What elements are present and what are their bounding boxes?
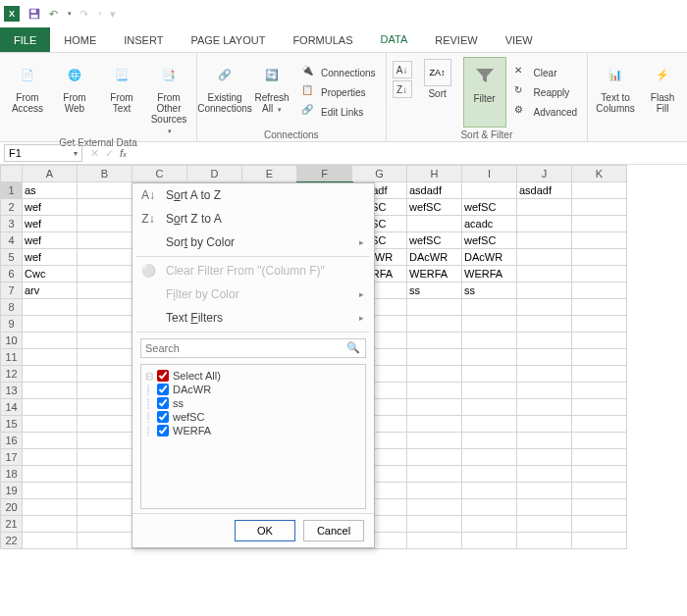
cell[interactable] bbox=[462, 333, 517, 349]
filter-option[interactable]: ┊ss bbox=[145, 396, 361, 410]
cell[interactable] bbox=[572, 333, 627, 349]
cell[interactable] bbox=[462, 366, 517, 383]
cell[interactable] bbox=[517, 433, 572, 449]
formula-input[interactable] bbox=[134, 146, 683, 161]
cell[interactable] bbox=[517, 333, 572, 349]
cell[interactable] bbox=[23, 366, 78, 383]
cell[interactable] bbox=[407, 316, 462, 333]
cell[interactable] bbox=[572, 282, 627, 299]
filter-option[interactable]: ┊DAcWR bbox=[145, 383, 361, 396]
cell[interactable] bbox=[462, 182, 517, 199]
cell[interactable] bbox=[572, 232, 627, 249]
cell[interactable] bbox=[462, 349, 517, 366]
cell[interactable] bbox=[462, 316, 517, 333]
cell[interactable] bbox=[407, 433, 462, 449]
row-header[interactable]: 10 bbox=[1, 333, 23, 349]
cell[interactable]: asdadf bbox=[407, 182, 462, 199]
tab-view[interactable]: VIEW bbox=[492, 27, 547, 52]
cell[interactable] bbox=[462, 499, 517, 516]
from-text-button[interactable]: 📃FromText bbox=[100, 57, 143, 135]
cell[interactable] bbox=[462, 299, 517, 316]
cell[interactable] bbox=[517, 199, 572, 216]
cell[interactable] bbox=[572, 216, 627, 232]
column-header[interactable]: K bbox=[572, 166, 627, 182]
cell[interactable] bbox=[572, 316, 627, 333]
row-header[interactable]: 11 bbox=[1, 349, 23, 366]
cell[interactable] bbox=[78, 399, 132, 416]
connections-button[interactable]: 🔌Connections bbox=[297, 64, 380, 81]
cell[interactable] bbox=[407, 216, 462, 232]
cell[interactable] bbox=[572, 366, 627, 383]
cell[interactable] bbox=[23, 499, 78, 516]
cell[interactable] bbox=[78, 199, 132, 216]
row-header[interactable]: 14 bbox=[1, 399, 23, 416]
cell[interactable] bbox=[407, 499, 462, 516]
cell[interactable] bbox=[517, 383, 572, 399]
row-header[interactable]: 22 bbox=[1, 533, 23, 549]
cell[interactable]: arv bbox=[23, 282, 78, 299]
column-header[interactable]: J bbox=[517, 166, 572, 182]
cell[interactable] bbox=[517, 466, 572, 483]
cell[interactable] bbox=[462, 466, 517, 483]
cell[interactable] bbox=[517, 282, 572, 299]
cell[interactable] bbox=[23, 299, 78, 316]
cell[interactable]: acadc bbox=[462, 216, 517, 232]
cell[interactable] bbox=[78, 266, 132, 282]
cell[interactable] bbox=[23, 416, 78, 433]
row-header[interactable]: 12 bbox=[1, 366, 23, 383]
cell[interactable] bbox=[572, 483, 627, 499]
cell[interactable] bbox=[23, 349, 78, 366]
cell[interactable] bbox=[572, 383, 627, 399]
existing-connections-button[interactable]: 🔗ExistingConnections bbox=[203, 57, 246, 128]
cell[interactable] bbox=[407, 516, 462, 533]
cell[interactable] bbox=[517, 232, 572, 249]
cell[interactable]: wef bbox=[23, 199, 78, 216]
cancel-button[interactable]: Cancel bbox=[303, 520, 364, 541]
undo-icon[interactable]: ↶ bbox=[49, 8, 58, 21]
flash-fill-button[interactable]: ⚡FlashFill bbox=[641, 57, 684, 128]
cell[interactable] bbox=[462, 433, 517, 449]
cell[interactable] bbox=[78, 349, 132, 366]
cell[interactable] bbox=[462, 449, 517, 466]
cell[interactable] bbox=[23, 483, 78, 499]
cell[interactable] bbox=[78, 499, 132, 516]
cell[interactable] bbox=[78, 216, 132, 232]
row-header[interactable]: 2 bbox=[1, 199, 23, 216]
select-all-cell[interactable] bbox=[1, 166, 23, 182]
cell[interactable] bbox=[572, 449, 627, 466]
column-header[interactable]: C bbox=[132, 166, 187, 182]
cell[interactable]: as bbox=[23, 182, 78, 199]
name-box[interactable]: F1▾ bbox=[4, 144, 82, 162]
cell[interactable] bbox=[407, 349, 462, 366]
cell[interactable] bbox=[23, 533, 78, 549]
save-icon[interactable] bbox=[27, 7, 41, 21]
cell[interactable] bbox=[517, 533, 572, 549]
cell[interactable] bbox=[572, 533, 627, 549]
cell[interactable]: wef bbox=[23, 216, 78, 232]
cell[interactable] bbox=[78, 416, 132, 433]
cell[interactable] bbox=[23, 466, 78, 483]
column-header[interactable]: B bbox=[78, 166, 132, 182]
row-header[interactable]: 7 bbox=[1, 282, 23, 299]
cell[interactable]: ss bbox=[407, 282, 462, 299]
filter-option[interactable]: ┊wefSC bbox=[145, 410, 361, 424]
filter-search-input[interactable] bbox=[140, 338, 366, 358]
cell[interactable] bbox=[572, 416, 627, 433]
cell[interactable] bbox=[78, 483, 132, 499]
tab-formulas[interactable]: FORMULAS bbox=[279, 27, 366, 52]
fx-icon[interactable]: fx bbox=[120, 147, 127, 159]
sort-a-to-z[interactable]: A↓Sort A to Z bbox=[132, 183, 374, 207]
column-header[interactable]: I bbox=[462, 166, 517, 182]
edit-links-button[interactable]: 🔗Edit Links bbox=[297, 103, 380, 121]
row-header[interactable]: 4 bbox=[1, 232, 23, 249]
sort-z-to-a[interactable]: Z↓Sort Z to A bbox=[132, 207, 374, 231]
cell[interactable] bbox=[462, 516, 517, 533]
cell[interactable] bbox=[462, 533, 517, 549]
cell[interactable] bbox=[572, 499, 627, 516]
row-header[interactable]: 20 bbox=[1, 499, 23, 516]
sort-asc-button[interactable]: A↓ bbox=[393, 61, 412, 78]
clear-filter-button[interactable]: ✕Clear bbox=[510, 64, 581, 81]
cell[interactable] bbox=[572, 433, 627, 449]
row-header[interactable]: 6 bbox=[1, 266, 23, 282]
cell[interactable] bbox=[517, 366, 572, 383]
